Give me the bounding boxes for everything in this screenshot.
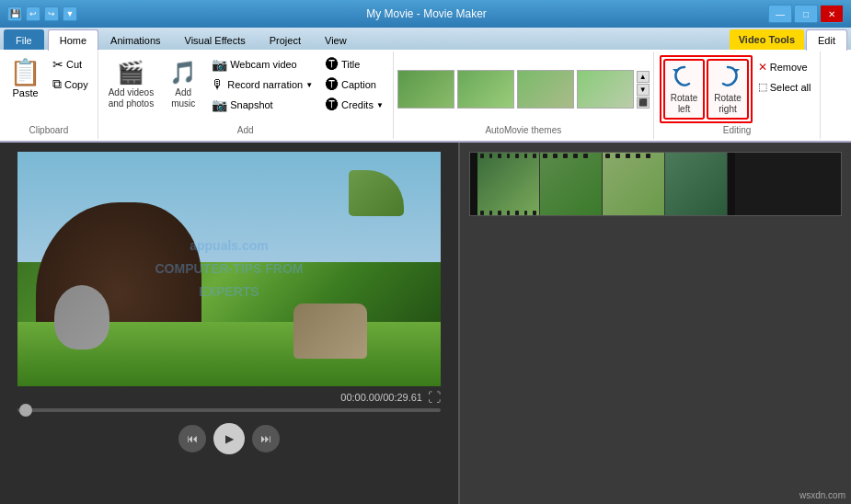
rotate-left-button[interactable]: Rotateleft: [663, 59, 705, 120]
select-all-icon: ⬚: [758, 81, 767, 93]
hole: [480, 154, 484, 158]
hole: [489, 154, 493, 158]
hole: [615, 154, 620, 158]
tab-view[interactable]: View: [313, 29, 359, 50]
maximize-button[interactable]: □: [794, 5, 818, 23]
cut-button[interactable]: ✂ Cut: [49, 55, 92, 74]
expand-icon[interactable]: ⛶: [428, 390, 441, 405]
add-label: Add: [237, 123, 254, 135]
dropdown-icon[interactable]: ▼: [63, 6, 77, 21]
svg-marker-1: [732, 69, 740, 73]
hole: [480, 211, 484, 215]
redo-icon[interactable]: ↪: [44, 6, 59, 21]
title-bar-icons: 💾 ↩ ↪ ▼: [7, 6, 77, 21]
playback-controls: ⏮ ▶ ⏭: [178, 423, 280, 454]
rotate-right-button[interactable]: Rotateright: [707, 59, 748, 120]
video-preview: appuals.com COMPUTER-TIPS FROM EXPERTS 0…: [0, 143, 460, 504]
copy-icon: ⧉: [52, 76, 62, 92]
add-group: 🎬 Add videosand photos 🎵 Addmusic 📷 Webc…: [98, 52, 394, 139]
watermark: wsxdn.com: [799, 490, 845, 500]
hole: [515, 211, 519, 215]
themes-group: ▲ ▼ ⬛ AutoMovie themes: [394, 52, 654, 139]
copy-button[interactable]: ⧉ Copy: [49, 74, 92, 94]
scrubber[interactable]: [17, 408, 441, 412]
theme-thumb-1[interactable]: [397, 70, 454, 109]
credits-icon: 🅣: [326, 97, 339, 112]
select-all-button[interactable]: ⬚ Select all: [754, 79, 815, 95]
hole: [646, 154, 650, 158]
hole: [553, 154, 558, 158]
hole: [573, 154, 578, 158]
rotate-buttons-highlight: Rotateleft Rotateright: [660, 55, 753, 123]
caption-button[interactable]: 🅣 Caption: [322, 75, 387, 94]
add-text-tools: 🅣 Title 🅣 Caption 🅣 Credits ▼: [322, 55, 387, 114]
add-secondary: 📷 Webcam video 🎙 Record narration ▼ 📷 Sn…: [208, 55, 316, 114]
tab-visual-effects[interactable]: Visual Effects: [173, 29, 258, 50]
tab-video-tools[interactable]: Video Tools: [730, 29, 804, 50]
credits-button[interactable]: 🅣 Credits ▼: [322, 96, 387, 114]
hole: [507, 211, 511, 215]
add-videos-button[interactable]: 🎬 Add videosand photos: [104, 55, 159, 112]
editing-group: Rotateleft Rotateright: [654, 52, 822, 139]
timeline-strip: [469, 152, 842, 216]
title-button[interactable]: 🅣 Title: [322, 55, 387, 74]
scene-house: [293, 304, 367, 359]
tab-edit[interactable]: Edit: [806, 29, 847, 51]
undo-icon[interactable]: ↩: [26, 6, 40, 21]
save-icon[interactable]: 💾: [7, 6, 22, 21]
clipboard-content: 📋 Paste ✂ Cut ⧉ Copy: [6, 55, 92, 123]
minimize-button[interactable]: —: [768, 5, 792, 23]
scrubber-handle[interactable]: [19, 404, 32, 417]
themes-scroll-down[interactable]: ▼: [637, 84, 650, 96]
paste-button[interactable]: 📋 Paste: [6, 55, 45, 100]
main-content: appuals.com COMPUTER-TIPS FROM EXPERTS 0…: [0, 143, 851, 504]
svg-marker-0: [673, 69, 680, 73]
filmstrip-frame-4[interactable]: [665, 153, 728, 216]
close-button[interactable]: ✕: [820, 5, 844, 23]
hole: [533, 154, 536, 158]
ribbon-tab-row: File Home Animations Visual Effects Proj…: [0, 28, 851, 50]
hole: [563, 154, 568, 158]
themes-scroll-up[interactable]: ▲: [637, 71, 650, 83]
snapshot-button[interactable]: 📷 Snapshot: [208, 96, 316, 114]
window-title: My Movie - Movie Maker: [85, 7, 768, 20]
rewind-button[interactable]: ⏮: [178, 425, 206, 452]
hole: [543, 154, 547, 158]
remove-button[interactable]: ✕ Remove: [754, 59, 815, 75]
title-bar: 💾 ↩ ↪ ▼ My Movie - Movie Maker — □ ✕: [0, 0, 851, 28]
hole: [515, 154, 519, 158]
filmstrip-border-left: [470, 153, 477, 215]
filmstrip-holes-top: [477, 153, 539, 160]
filmstrip-border-right: [728, 153, 735, 215]
caption-icon: 🅣: [326, 77, 339, 92]
current-time: 00:00.00/00:29.61: [340, 392, 422, 403]
webcam-video-button[interactable]: 📷 Webcam video: [208, 55, 316, 74]
themes-dropdown[interactable]: ⬛: [637, 97, 650, 109]
theme-thumb-4[interactable]: [577, 70, 634, 109]
theme-scroll-controls: ▲ ▼ ⬛: [637, 71, 650, 109]
hole: [498, 154, 501, 158]
add-content: 🎬 Add videosand photos 🎵 Addmusic 📷 Webc…: [104, 55, 387, 123]
filmstrip-frame-3[interactable]: [603, 153, 665, 216]
themes-label: AutoMovie themes: [485, 123, 561, 135]
hole: [507, 154, 511, 158]
cut-copy-group: ✂ Cut ⧉ Copy: [49, 55, 92, 94]
next-frame-button[interactable]: ⏭: [252, 425, 280, 452]
scissors-icon: ✂: [52, 57, 63, 72]
time-display: 00:00.00/00:29.61 ⛶: [17, 390, 441, 405]
tab-file[interactable]: File: [4, 29, 44, 50]
mic-icon: 🎙: [212, 77, 224, 92]
theme-thumb-2[interactable]: [457, 70, 514, 109]
title-icon: 🅣: [326, 57, 339, 72]
play-button[interactable]: ▶: [213, 423, 245, 454]
tab-animations[interactable]: Animations: [98, 29, 172, 50]
record-narration-button[interactable]: 🎙 Record narration ▼: [208, 75, 316, 94]
tab-project[interactable]: Project: [258, 29, 313, 50]
filmstrip-frame-1[interactable]: [477, 153, 540, 216]
theme-thumb-3[interactable]: [517, 70, 574, 109]
filmstrip-frame-2[interactable]: [540, 153, 603, 216]
clipboard-group: 📋 Paste ✂ Cut ⧉ Copy Clipboard: [0, 52, 98, 139]
video-frame: appuals.com COMPUTER-TIPS FROM EXPERTS: [17, 152, 441, 386]
tab-home[interactable]: Home: [48, 29, 98, 51]
add-music-button[interactable]: 🎵 Addmusic: [164, 55, 202, 112]
